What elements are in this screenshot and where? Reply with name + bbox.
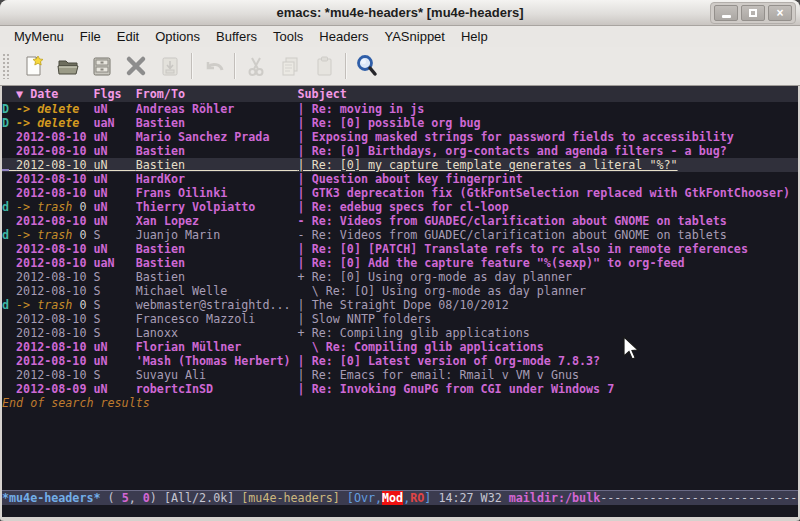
menu-item-help[interactable]: Help bbox=[453, 27, 496, 46]
save-as-icon bbox=[158, 54, 182, 78]
message-row[interactable]: 2012-08-10 S Michael Welle \ Re: [O] Usi… bbox=[2, 284, 798, 298]
message-row[interactable]: 2012-08-10 S Lanoxx + Re: Compiling glib… bbox=[2, 326, 798, 340]
close-buffer-button[interactable] bbox=[119, 50, 153, 82]
close-button[interactable]: × bbox=[768, 5, 792, 21]
message-row[interactable]: D -> delete uaN Bastien | Re: [0] possib… bbox=[2, 116, 798, 130]
row-date-pad: 0 bbox=[72, 228, 93, 242]
row-date-pad bbox=[86, 368, 93, 382]
row-date-pad bbox=[86, 186, 93, 200]
menu-item-buffers[interactable]: Buffers bbox=[208, 27, 265, 46]
row-date: 2012-08-10 bbox=[16, 340, 86, 354]
menu-item-file[interactable]: File bbox=[72, 27, 109, 46]
row-flags: S bbox=[94, 270, 136, 284]
row-mark bbox=[2, 312, 16, 326]
menu-item-mymenu[interactable]: MyMenu bbox=[6, 27, 72, 46]
menu-item-yasnippet[interactable]: YASnippet bbox=[376, 27, 452, 46]
row-thread-prefix: + bbox=[298, 326, 312, 340]
row-from: Suvayu Ali bbox=[136, 368, 298, 382]
row-subject: GTK3 deprecation fix (GtkFontSelection r… bbox=[312, 186, 790, 200]
row-flags: uN bbox=[94, 172, 136, 186]
message-row[interactable]: 2012-08-10 uN 'Mash (Thomas Herbert) | R… bbox=[2, 354, 798, 368]
row-subject: Re: Compiling glib applications bbox=[312, 326, 530, 340]
row-date-pad bbox=[79, 116, 93, 130]
open-file-button[interactable] bbox=[51, 50, 85, 82]
maximize-icon bbox=[749, 9, 757, 17]
row-from: Lanoxx bbox=[136, 326, 298, 340]
row-mark bbox=[2, 340, 16, 354]
row-date: 2012-08-10 bbox=[16, 214, 86, 228]
modeline-segment: [Ovr, bbox=[347, 491, 382, 505]
row-mark bbox=[2, 186, 16, 200]
menu-item-edit[interactable]: Edit bbox=[109, 27, 147, 46]
save-buffer-button[interactable] bbox=[85, 50, 119, 82]
row-from: Bastien bbox=[136, 144, 298, 158]
message-row[interactable]: 2012-08-10 uN Bastien | Re: [0] my captu… bbox=[2, 158, 798, 172]
message-row[interactable]: 2012-08-10 S Francesco Mazzoli | Slow NN… bbox=[2, 312, 798, 326]
message-row[interactable]: 2012-08-10 uN HardKor | Question about k… bbox=[2, 172, 798, 186]
message-row[interactable]: 2012-08-10 uN Xan Lopez - Re: Videos fro… bbox=[2, 214, 798, 228]
message-row[interactable]: 2012-08-10 uN Florian Müllner \ Re: Comp… bbox=[2, 340, 798, 354]
save-as-button[interactable] bbox=[153, 50, 187, 82]
row-date-pad bbox=[86, 326, 93, 340]
copy-button[interactable] bbox=[273, 50, 307, 82]
cut-button[interactable] bbox=[239, 50, 273, 82]
row-flags: S bbox=[94, 312, 136, 326]
row-from: Bastien bbox=[136, 116, 298, 130]
row-from: 'Mash (Thomas Herbert) bbox=[136, 354, 298, 368]
message-row[interactable]: d -> trash 0 uN Thierry Volpiatto | Re: … bbox=[2, 200, 798, 214]
end-of-results-text: End of search results bbox=[2, 396, 798, 410]
message-row[interactable]: 2012-08-10 uN Frans Oilinki | GTK3 depre… bbox=[2, 186, 798, 200]
paste-button[interactable] bbox=[307, 50, 341, 82]
row-subject: Re: Videos from GUADEC/clarification abo… bbox=[312, 214, 727, 228]
modeline-segment: ( bbox=[101, 491, 122, 505]
message-row[interactable]: D -> delete uN Andreas Röhler | Re: movi… bbox=[2, 102, 798, 116]
row-date: -> delete bbox=[16, 116, 79, 130]
row-mark: d bbox=[2, 200, 16, 214]
modeline-segment: 5 bbox=[122, 491, 129, 505]
message-row[interactable]: 2012-08-10 uN Mario Sanchez Prada | Expo… bbox=[2, 130, 798, 144]
message-row[interactable]: 2012-08-10 S Suvayu Ali | Re: Emacs for … bbox=[2, 368, 798, 382]
modeline-segment: -------------------------------- bbox=[600, 491, 798, 505]
row-from: Florian Müllner bbox=[136, 340, 298, 354]
new-file-icon bbox=[22, 54, 46, 78]
search-button[interactable] bbox=[350, 50, 384, 82]
message-row[interactable]: d -> trash 0 S Juanjo Marin - Re: Videos… bbox=[2, 228, 798, 242]
row-flags: uN bbox=[94, 354, 136, 368]
message-row[interactable]: d -> trash 0 S webmaster@straightd... | … bbox=[2, 298, 798, 312]
message-row[interactable]: 2012-08-09 uN robertcInSD | Re: Invoking… bbox=[2, 382, 798, 396]
message-row[interactable]: 2012-08-10 S Bastien + Re: [0] Using org… bbox=[2, 270, 798, 284]
copy-icon bbox=[278, 54, 302, 78]
row-mark bbox=[2, 326, 16, 340]
row-thread-prefix: | bbox=[298, 200, 312, 214]
mode-line[interactable]: *mu4e-headers* ( 5, 0) [All/2.0k] [mu4e-… bbox=[2, 490, 798, 505]
maximize-button[interactable] bbox=[741, 5, 765, 21]
row-subject: Re: [0] Birthdays, org-contacts and agen… bbox=[312, 144, 727, 158]
toolbar-grip-handle[interactable] bbox=[2, 53, 11, 79]
menu-item-headers[interactable]: Headers bbox=[311, 27, 376, 46]
menu-item-options[interactable]: Options bbox=[147, 27, 208, 46]
message-row[interactable]: 2012-08-10 uaN Bastien | Re: [0] Add the… bbox=[2, 256, 798, 270]
headers-column-header[interactable]: ▼ Date Flgs From/To Subject bbox=[2, 86, 798, 102]
new-file-button[interactable] bbox=[17, 50, 51, 82]
row-flags: uN bbox=[94, 102, 136, 116]
row-flags: uN bbox=[94, 186, 136, 200]
row-thread-prefix: | bbox=[298, 158, 312, 172]
row-thread-prefix: + bbox=[298, 270, 312, 284]
minimize-button[interactable] bbox=[714, 5, 738, 21]
undo-button[interactable] bbox=[196, 50, 230, 82]
row-subject: Question about key fingerprint bbox=[312, 172, 523, 186]
modeline-segment: *mu4e-headers* bbox=[2, 491, 101, 505]
row-subject: Re: [O] Using org-mode as day planner bbox=[326, 284, 586, 298]
row-date: 2012-08-10 bbox=[16, 256, 86, 270]
modeline-segment: 0 bbox=[143, 491, 150, 505]
message-row[interactable]: 2012-08-10 uN Bastien | Re: [0] [PATCH] … bbox=[2, 242, 798, 256]
echo-area[interactable] bbox=[2, 505, 798, 517]
titlebar[interactable]: emacs: *mu4e-headers* [mu4e-headers] × bbox=[0, 0, 800, 26]
search-icon bbox=[354, 53, 380, 79]
message-row[interactable]: 2012-08-10 uN Bastien | Re: [0] Birthday… bbox=[2, 144, 798, 158]
modeline-segment: maildir:/bulk bbox=[509, 491, 600, 505]
row-from: Juanjo Marin bbox=[136, 228, 298, 242]
row-flags: uN bbox=[94, 242, 136, 256]
menu-item-tools[interactable]: Tools bbox=[265, 27, 311, 46]
row-subject: Exposing masked strings for password fie… bbox=[312, 130, 734, 144]
